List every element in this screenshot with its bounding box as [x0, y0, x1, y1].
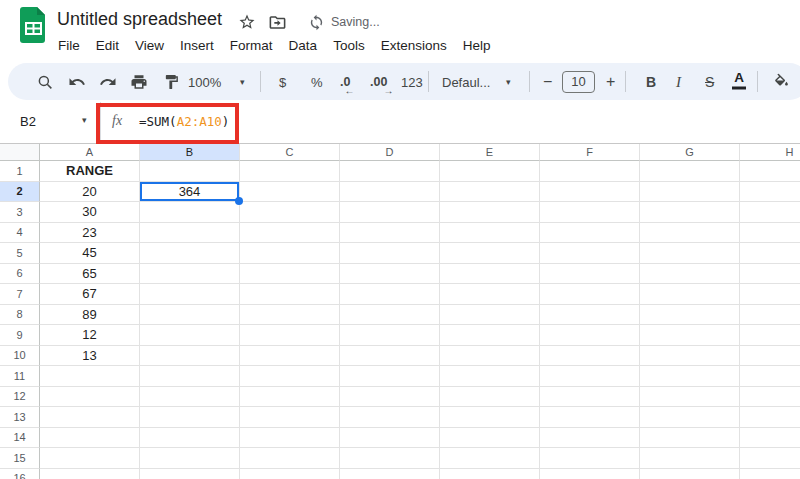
cell-e9[interactable]	[440, 325, 540, 346]
cell-g5[interactable]	[640, 243, 740, 264]
menu-item-format[interactable]: Format	[222, 35, 281, 56]
cell-f6[interactable]	[540, 264, 640, 285]
cell-f12[interactable]	[540, 387, 640, 408]
name-box[interactable]: B2	[20, 114, 36, 129]
print-icon[interactable]	[130, 73, 148, 91]
column-header-e[interactable]: E	[440, 144, 540, 161]
menu-item-view[interactable]: View	[127, 35, 172, 56]
cell-a10[interactable]: 13	[40, 346, 140, 367]
bold-button[interactable]: B	[646, 74, 656, 90]
cell-d3[interactable]	[340, 202, 440, 223]
cell-a6[interactable]: 65	[40, 264, 140, 285]
cell-a12[interactable]	[40, 387, 140, 408]
cell-b16[interactable]	[140, 469, 240, 479]
increase-font-size-button[interactable]: +	[606, 73, 615, 91]
cell-c5[interactable]	[240, 243, 340, 264]
italic-button[interactable]: I	[676, 73, 681, 90]
cell-e14[interactable]	[440, 428, 540, 449]
fill-handle[interactable]	[235, 197, 243, 205]
cell-e16[interactable]	[440, 469, 540, 479]
row-header-7[interactable]: 7	[0, 284, 40, 305]
cell-f3[interactable]	[540, 202, 640, 223]
cell-c16[interactable]	[240, 469, 340, 479]
cell-d8[interactable]	[340, 305, 440, 326]
cell-a8[interactable]: 89	[40, 305, 140, 326]
cell-e7[interactable]	[440, 284, 540, 305]
decrease-decimal-button[interactable]: .0←	[340, 75, 350, 89]
cell-f15[interactable]	[540, 448, 640, 469]
cell-f5[interactable]	[540, 243, 640, 264]
cell-h2[interactable]	[740, 182, 800, 203]
zoom-dropdown[interactable]: 100%	[188, 74, 221, 89]
cell-h14[interactable]	[740, 428, 800, 449]
cell-h13[interactable]	[740, 407, 800, 428]
cell-h12[interactable]	[740, 387, 800, 408]
cell-g7[interactable]	[640, 284, 740, 305]
cell-c12[interactable]	[240, 387, 340, 408]
cell-g10[interactable]	[640, 346, 740, 367]
cell-d11[interactable]	[340, 366, 440, 387]
cell-e4[interactable]	[440, 223, 540, 244]
sheets-logo-icon[interactable]	[20, 7, 47, 43]
cell-b12[interactable]	[140, 387, 240, 408]
cell-g4[interactable]	[640, 223, 740, 244]
cell-c9[interactable]	[240, 325, 340, 346]
cell-c14[interactable]	[240, 428, 340, 449]
cell-h4[interactable]	[740, 223, 800, 244]
cell-f14[interactable]	[540, 428, 640, 449]
cell-h6[interactable]	[740, 264, 800, 285]
row-header-16[interactable]: 16	[0, 469, 40, 479]
cell-d13[interactable]	[340, 407, 440, 428]
cell-d16[interactable]	[340, 469, 440, 479]
cell-d10[interactable]	[340, 346, 440, 367]
move-folder-icon[interactable]	[267, 12, 287, 32]
cell-d12[interactable]	[340, 387, 440, 408]
cell-h1[interactable]	[740, 161, 800, 182]
cell-h9[interactable]	[740, 325, 800, 346]
row-header-2[interactable]: 2	[0, 182, 40, 203]
cell-c15[interactable]	[240, 448, 340, 469]
cell-g1[interactable]	[640, 161, 740, 182]
cell-f9[interactable]	[540, 325, 640, 346]
row-header-15[interactable]: 15	[0, 448, 40, 469]
cell-a4[interactable]: 23	[40, 223, 140, 244]
cell-b7[interactable]	[140, 284, 240, 305]
cell-g13[interactable]	[640, 407, 740, 428]
cell-d15[interactable]	[340, 448, 440, 469]
cell-e12[interactable]	[440, 387, 540, 408]
row-header-3[interactable]: 3	[0, 202, 40, 223]
cell-c10[interactable]	[240, 346, 340, 367]
cell-b15[interactable]	[140, 448, 240, 469]
menu-item-insert[interactable]: Insert	[172, 35, 222, 56]
fill-color-icon[interactable]	[773, 73, 790, 90]
menu-item-tools[interactable]: Tools	[325, 35, 373, 56]
cell-g16[interactable]	[640, 469, 740, 479]
column-header-b[interactable]: B	[140, 144, 240, 161]
cell-c4[interactable]	[240, 223, 340, 244]
cell-c11[interactable]	[240, 366, 340, 387]
select-all-corner[interactable]	[0, 144, 40, 161]
cell-h7[interactable]	[740, 284, 800, 305]
cell-f10[interactable]	[540, 346, 640, 367]
cell-b5[interactable]	[140, 243, 240, 264]
cell-d1[interactable]	[340, 161, 440, 182]
menu-item-file[interactable]: File	[50, 35, 88, 56]
cell-g6[interactable]	[640, 264, 740, 285]
cell-h3[interactable]	[740, 202, 800, 223]
column-header-g[interactable]: G	[640, 144, 740, 161]
menu-item-extensions[interactable]: Extensions	[373, 35, 455, 56]
row-header-11[interactable]: 11	[0, 366, 40, 387]
cell-b4[interactable]	[140, 223, 240, 244]
row-header-14[interactable]: 14	[0, 428, 40, 449]
column-header-c[interactable]: C	[240, 144, 340, 161]
cell-e6[interactable]	[440, 264, 540, 285]
cell-f1[interactable]	[540, 161, 640, 182]
cell-e1[interactable]	[440, 161, 540, 182]
undo-icon[interactable]	[68, 73, 86, 91]
cell-c3[interactable]	[240, 202, 340, 223]
menu-item-help[interactable]: Help	[455, 35, 499, 56]
document-title[interactable]: Untitled spreadsheet	[57, 9, 222, 30]
cell-c7[interactable]	[240, 284, 340, 305]
increase-decimal-button[interactable]: .00→	[370, 75, 387, 89]
cell-f8[interactable]	[540, 305, 640, 326]
